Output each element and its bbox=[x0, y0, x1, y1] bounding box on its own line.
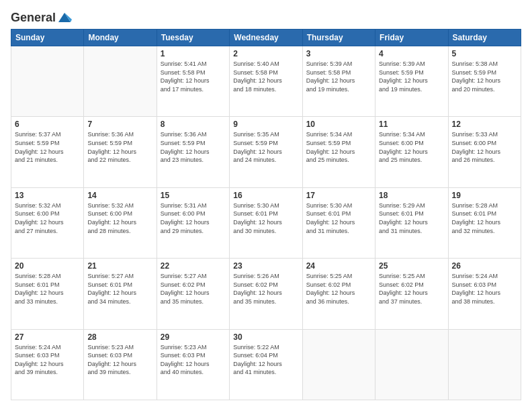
day-number: 12 bbox=[452, 120, 517, 129]
day-number: 24 bbox=[306, 261, 371, 271]
day-cell-20: 20Sunrise: 5:28 AM Sunset: 6:01 PM Dayli… bbox=[11, 259, 84, 329]
day-info: Sunrise: 5:27 AM Sunset: 6:01 PM Dayligh… bbox=[87, 272, 152, 306]
weekday-header-tuesday: Tuesday bbox=[157, 30, 229, 46]
day-cell-3: 3Sunrise: 5:39 AM Sunset: 5:58 PM Daylig… bbox=[302, 46, 375, 117]
day-cell-9: 9Sunrise: 5:35 AM Sunset: 5:59 PM Daylig… bbox=[230, 117, 302, 187]
day-cell-6: 6Sunrise: 5:37 AM Sunset: 5:59 PM Daylig… bbox=[11, 117, 84, 187]
day-number: 27 bbox=[15, 332, 80, 342]
logo-icon bbox=[57, 10, 72, 25]
day-cell-12: 12Sunrise: 5:33 AM Sunset: 6:00 PM Dayli… bbox=[448, 117, 521, 187]
day-number: 18 bbox=[379, 191, 444, 200]
day-cell-14: 14Sunrise: 5:32 AM Sunset: 6:00 PM Dayli… bbox=[84, 187, 157, 258]
day-info: Sunrise: 5:27 AM Sunset: 6:02 PM Dayligh… bbox=[161, 272, 226, 306]
day-info: Sunrise: 5:35 AM Sunset: 5:59 PM Dayligh… bbox=[233, 130, 298, 164]
week-row-4: 20Sunrise: 5:28 AM Sunset: 6:01 PM Dayli… bbox=[11, 259, 521, 329]
day-number: 26 bbox=[452, 261, 517, 271]
day-cell-19: 19Sunrise: 5:28 AM Sunset: 6:01 PM Dayli… bbox=[448, 187, 521, 258]
day-number: 25 bbox=[379, 261, 444, 271]
day-cell-4: 4Sunrise: 5:39 AM Sunset: 5:59 PM Daylig… bbox=[375, 46, 448, 117]
day-info: Sunrise: 5:22 AM Sunset: 6:04 PM Dayligh… bbox=[233, 343, 298, 377]
day-number: 5 bbox=[452, 49, 517, 58]
day-number: 20 bbox=[15, 261, 80, 271]
day-info: Sunrise: 5:40 AM Sunset: 5:58 PM Dayligh… bbox=[233, 60, 298, 93]
day-info: Sunrise: 5:31 AM Sunset: 6:00 PM Dayligh… bbox=[161, 201, 226, 235]
day-cell-5: 5Sunrise: 5:38 AM Sunset: 5:59 PM Daylig… bbox=[448, 46, 521, 117]
day-info: Sunrise: 5:37 AM Sunset: 5:59 PM Dayligh… bbox=[15, 130, 80, 164]
day-number: 4 bbox=[379, 49, 444, 58]
day-cell-10: 10Sunrise: 5:34 AM Sunset: 5:59 PM Dayli… bbox=[302, 117, 375, 187]
day-cell-13: 13Sunrise: 5:32 AM Sunset: 6:00 PM Dayli… bbox=[11, 187, 84, 258]
day-number: 21 bbox=[87, 261, 152, 271]
day-number: 2 bbox=[233, 49, 298, 58]
day-number: 22 bbox=[161, 261, 226, 271]
week-row-2: 6Sunrise: 5:37 AM Sunset: 5:59 PM Daylig… bbox=[11, 117, 521, 187]
day-cell-30: 30Sunrise: 5:22 AM Sunset: 6:04 PM Dayli… bbox=[230, 329, 302, 400]
day-cell-15: 15Sunrise: 5:31 AM Sunset: 6:00 PM Dayli… bbox=[157, 187, 229, 258]
day-info: Sunrise: 5:34 AM Sunset: 6:00 PM Dayligh… bbox=[379, 130, 444, 164]
day-info: Sunrise: 5:23 AM Sunset: 6:03 PM Dayligh… bbox=[161, 343, 226, 377]
logo-text-general: General bbox=[11, 11, 56, 25]
day-info: Sunrise: 5:41 AM Sunset: 5:58 PM Dayligh… bbox=[161, 60, 226, 93]
day-info: Sunrise: 5:38 AM Sunset: 5:59 PM Dayligh… bbox=[452, 60, 517, 93]
empty-cell bbox=[11, 46, 84, 117]
day-info: Sunrise: 5:24 AM Sunset: 6:03 PM Dayligh… bbox=[452, 272, 517, 306]
day-info: Sunrise: 5:39 AM Sunset: 5:59 PM Dayligh… bbox=[379, 60, 444, 93]
week-row-1: 1Sunrise: 5:41 AM Sunset: 5:58 PM Daylig… bbox=[11, 46, 521, 117]
day-info: Sunrise: 5:32 AM Sunset: 6:00 PM Dayligh… bbox=[87, 201, 152, 235]
empty-cell bbox=[375, 329, 448, 400]
calendar-table: SundayMondayTuesdayWednesdayThursdayFrid… bbox=[11, 29, 521, 400]
day-cell-17: 17Sunrise: 5:30 AM Sunset: 6:01 PM Dayli… bbox=[302, 187, 375, 258]
day-info: Sunrise: 5:30 AM Sunset: 6:01 PM Dayligh… bbox=[306, 201, 371, 235]
weekday-header-thursday: Thursday bbox=[302, 30, 375, 46]
day-cell-2: 2Sunrise: 5:40 AM Sunset: 5:58 PM Daylig… bbox=[230, 46, 302, 117]
day-number: 11 bbox=[379, 120, 444, 129]
day-cell-28: 28Sunrise: 5:23 AM Sunset: 6:03 PM Dayli… bbox=[84, 329, 157, 400]
day-info: Sunrise: 5:33 AM Sunset: 6:00 PM Dayligh… bbox=[452, 130, 517, 164]
day-number: 3 bbox=[306, 49, 371, 58]
week-row-5: 27Sunrise: 5:24 AM Sunset: 6:03 PM Dayli… bbox=[11, 329, 521, 400]
weekday-header-saturday: Saturday bbox=[448, 30, 521, 46]
day-number: 28 bbox=[87, 332, 152, 342]
empty-cell bbox=[448, 329, 521, 400]
day-info: Sunrise: 5:25 AM Sunset: 6:02 PM Dayligh… bbox=[306, 272, 371, 306]
day-cell-25: 25Sunrise: 5:25 AM Sunset: 6:02 PM Dayli… bbox=[375, 259, 448, 329]
weekday-header-friday: Friday bbox=[375, 30, 448, 46]
day-info: Sunrise: 5:24 AM Sunset: 6:03 PM Dayligh… bbox=[15, 343, 80, 377]
day-info: Sunrise: 5:23 AM Sunset: 6:03 PM Dayligh… bbox=[87, 343, 152, 377]
day-number: 10 bbox=[306, 120, 371, 129]
day-number: 14 bbox=[87, 191, 152, 200]
day-info: Sunrise: 5:36 AM Sunset: 5:59 PM Dayligh… bbox=[161, 130, 226, 164]
weekday-header-sunday: Sunday bbox=[11, 30, 84, 46]
logo: General bbox=[11, 11, 72, 22]
day-info: Sunrise: 5:32 AM Sunset: 6:00 PM Dayligh… bbox=[15, 201, 80, 235]
day-number: 8 bbox=[161, 120, 226, 129]
day-cell-21: 21Sunrise: 5:27 AM Sunset: 6:01 PM Dayli… bbox=[84, 259, 157, 329]
day-number: 6 bbox=[15, 120, 80, 129]
empty-cell bbox=[84, 46, 157, 117]
week-row-3: 13Sunrise: 5:32 AM Sunset: 6:00 PM Dayli… bbox=[11, 187, 521, 258]
day-number: 15 bbox=[161, 191, 226, 200]
day-info: Sunrise: 5:34 AM Sunset: 5:59 PM Dayligh… bbox=[306, 130, 371, 164]
day-cell-27: 27Sunrise: 5:24 AM Sunset: 6:03 PM Dayli… bbox=[11, 329, 84, 400]
day-info: Sunrise: 5:28 AM Sunset: 6:01 PM Dayligh… bbox=[452, 201, 517, 235]
day-number: 9 bbox=[233, 120, 298, 129]
weekday-header-row: SundayMondayTuesdayWednesdayThursdayFrid… bbox=[11, 30, 521, 46]
day-cell-29: 29Sunrise: 5:23 AM Sunset: 6:03 PM Dayli… bbox=[157, 329, 229, 400]
day-cell-26: 26Sunrise: 5:24 AM Sunset: 6:03 PM Dayli… bbox=[448, 259, 521, 329]
day-info: Sunrise: 5:39 AM Sunset: 5:58 PM Dayligh… bbox=[306, 60, 371, 93]
day-number: 29 bbox=[161, 332, 226, 342]
day-info: Sunrise: 5:30 AM Sunset: 6:01 PM Dayligh… bbox=[233, 201, 298, 235]
day-number: 23 bbox=[233, 261, 298, 271]
day-cell-22: 22Sunrise: 5:27 AM Sunset: 6:02 PM Dayli… bbox=[157, 259, 229, 329]
day-info: Sunrise: 5:36 AM Sunset: 5:59 PM Dayligh… bbox=[87, 130, 152, 164]
day-cell-24: 24Sunrise: 5:25 AM Sunset: 6:02 PM Dayli… bbox=[302, 259, 375, 329]
page: General SundayMondayTuesdayWednesdayThur… bbox=[0, 0, 532, 411]
day-number: 19 bbox=[452, 191, 517, 200]
weekday-header-wednesday: Wednesday bbox=[230, 30, 302, 46]
empty-cell bbox=[302, 329, 375, 400]
header: General bbox=[11, 11, 521, 22]
day-info: Sunrise: 5:29 AM Sunset: 6:01 PM Dayligh… bbox=[379, 201, 444, 235]
day-info: Sunrise: 5:26 AM Sunset: 6:02 PM Dayligh… bbox=[233, 272, 298, 306]
day-cell-18: 18Sunrise: 5:29 AM Sunset: 6:01 PM Dayli… bbox=[375, 187, 448, 258]
day-number: 13 bbox=[15, 191, 80, 200]
